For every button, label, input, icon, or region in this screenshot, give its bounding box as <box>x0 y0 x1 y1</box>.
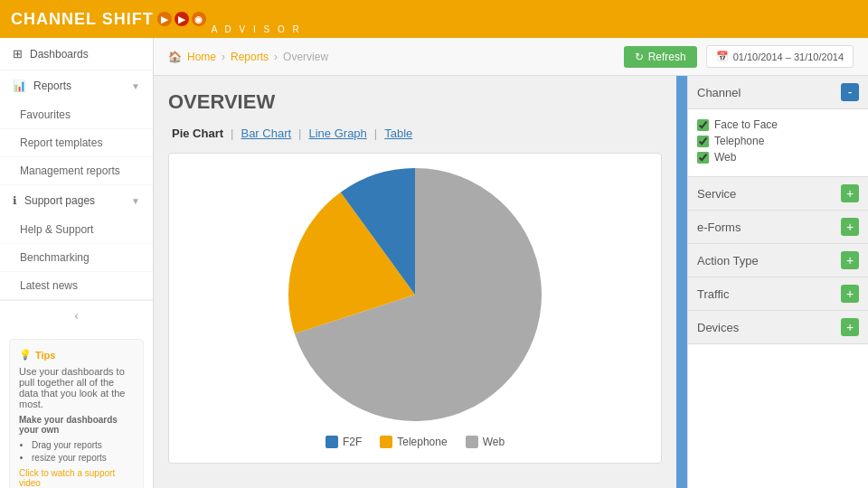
action-type-filter-label: Action Type <box>697 254 759 267</box>
chevron-down-icon: ▼ <box>131 81 140 91</box>
sidebar-item-favourites[interactable]: Favourites <box>0 101 153 129</box>
channel-filter-items: Face to Face Telephone Web <box>688 109 868 177</box>
legend-color-f2f <box>326 436 338 448</box>
eforms-filter-header[interactable]: e-Forms + <box>688 211 868 244</box>
chevron-down-icon-2: ▼ <box>131 196 140 206</box>
tips-list-item-2: resize your reports <box>32 453 134 463</box>
service-filter-header[interactable]: Service + <box>688 177 868 211</box>
channel-filter-collapse-button[interactable]: - <box>841 83 859 101</box>
main-layout: ⊞ Dashboards 📊 Reports ▼ Favourites Repo… <box>0 38 868 488</box>
channel-filter-label: Channel <box>697 86 741 99</box>
tips-list: Drag your reports resize your reports <box>19 440 134 463</box>
logo-advisor: A D V I S O R <box>212 24 302 38</box>
page-title: OVERVIEW <box>168 90 662 114</box>
arrow-3-icon: ◉ <box>192 12 206 26</box>
channel-label-face-to-face: Face to Face <box>714 118 778 131</box>
breadcrumb-current: Overview <box>283 51 328 63</box>
channel-item-telephone: Telephone <box>697 135 859 147</box>
content-area: 🏠 Home › Reports › Overview ↻ Refresh 📅 … <box>154 38 868 488</box>
tab-pie-chart[interactable]: Pie Chart <box>168 127 227 140</box>
eforms-filter-expand-button[interactable]: + <box>841 218 859 236</box>
devices-filter-expand-button[interactable]: + <box>841 318 859 336</box>
legend-color-telephone <box>380 436 392 448</box>
chart-tabs: Pie Chart | Bar Chart | Line Graph | Tab… <box>168 127 662 140</box>
traffic-filter-label: Traffic <box>697 287 729 301</box>
home-icon: 🏠 <box>168 51 182 63</box>
channel-item-face-to-face: Face to Face <box>697 118 859 131</box>
sidebar-tips: 💡 Tips Use your dashboards to pull toget… <box>9 339 144 488</box>
report-area: OVERVIEW Pie Chart | Bar Chart | Line Gr… <box>154 76 676 488</box>
support-icon: ℹ <box>13 194 17 207</box>
logo-arrows: ▶ ▶ ◉ <box>157 12 206 26</box>
action-type-filter-expand-button[interactable]: + <box>841 251 859 269</box>
tab-sep-1: | <box>227 127 237 140</box>
tab-line-graph[interactable]: Line Graph <box>306 127 371 140</box>
tab-sep-2: | <box>295 127 305 140</box>
arrow-1-icon: ▶ <box>157 12 172 26</box>
tips-body: Use your dashboards to pull together all… <box>19 366 134 409</box>
breadcrumb-sep-1: › <box>222 51 225 63</box>
refresh-button[interactable]: ↻ Refresh <box>624 46 697 68</box>
breadcrumb-reports[interactable]: Reports <box>231 51 269 63</box>
channel-label-telephone: Telephone <box>714 135 764 147</box>
legend-label-telephone: Telephone <box>397 436 447 448</box>
date-range[interactable]: 📅 01/10/2014 – 31/10/2014 <box>706 45 854 68</box>
legend-item-web: Web <box>466 436 505 448</box>
legend-item-f2f: F2F <box>326 436 362 448</box>
devices-filter-label: Devices <box>697 321 739 334</box>
tab-bar-chart[interactable]: Bar Chart <box>237 127 295 140</box>
legend-label-f2f: F2F <box>343 436 362 448</box>
sidebar-item-help[interactable]: Help & Support <box>0 216 153 244</box>
tips-title: 💡 Tips <box>19 349 134 361</box>
management-reports-label: Management reports <box>20 164 120 177</box>
traffic-filter-expand-button[interactable]: + <box>841 285 859 303</box>
legend-color-web <box>466 436 478 448</box>
channel-checkbox-web[interactable] <box>697 152 709 164</box>
report-templates-label: Report templates <box>20 136 102 149</box>
favourites-label: Favourites <box>20 108 71 121</box>
devices-filter-header[interactable]: Devices + <box>688 311 868 344</box>
sidebar-item-dashboards-label: Dashboards <box>30 48 89 61</box>
eforms-filter-label: e-Forms <box>697 221 741 234</box>
chart-container: F2F Telephone Web <box>168 153 662 464</box>
channel-checkbox-face-to-face[interactable] <box>697 119 709 131</box>
breadcrumb-bar: 🏠 Home › Reports › Overview ↻ Refresh 📅 … <box>154 38 868 76</box>
channel-filter-header[interactable]: Channel - <box>688 76 868 109</box>
pie-chart-wrapper: F2F Telephone Web <box>288 168 542 448</box>
tips-video-link[interactable]: Click to watch a support video <box>19 468 134 488</box>
tab-sep-3: | <box>371 127 381 140</box>
sidebar-item-benchmarking[interactable]: Benchmarking <box>0 244 153 272</box>
legend-item-telephone: Telephone <box>380 436 447 448</box>
breadcrumb-actions: ↻ Refresh 📅 01/10/2014 – 31/10/2014 <box>624 45 854 68</box>
sidebar-item-reports[interactable]: 📊 Reports ▼ <box>0 70 153 101</box>
channel-checkbox-telephone[interactable] <box>697 136 709 147</box>
top-bar: CHANNEL SHIFT ▶ ▶ ◉ A D V I S O R <box>0 0 868 38</box>
channel-item-web: Web <box>697 151 859 164</box>
sidebar-item-dashboards[interactable]: ⊞ Dashboards <box>0 38 153 70</box>
traffic-filter-header[interactable]: Traffic + <box>688 277 868 311</box>
sidebar-item-report-templates[interactable]: Report templates <box>0 129 153 157</box>
tips-list-item-1: Drag your reports <box>32 440 134 450</box>
breadcrumb-sep-2: › <box>274 51 278 63</box>
service-filter-expand-button[interactable]: + <box>841 184 859 202</box>
date-range-value: 01/10/2014 – 31/10/2014 <box>733 52 844 62</box>
sidebar-item-management-reports[interactable]: Management reports <box>0 157 153 185</box>
arrow-2-icon: ▶ <box>175 12 189 26</box>
refresh-label: Refresh <box>648 51 686 63</box>
action-type-filter-header[interactable]: Action Type + <box>688 244 868 277</box>
sidebar-collapse-button[interactable]: ‹ <box>0 300 153 330</box>
legend-label-web: Web <box>483 436 505 448</box>
reports-icon: 📊 <box>13 80 26 92</box>
calendar-icon: 📅 <box>716 51 729 62</box>
channel-label-web: Web <box>714 151 736 164</box>
tab-table[interactable]: Table <box>381 127 416 140</box>
sidebar: ⊞ Dashboards 📊 Reports ▼ Favourites Repo… <box>0 38 154 488</box>
tips-make-own: Make your dashboards your own <box>19 415 134 435</box>
breadcrumb: 🏠 Home › Reports › Overview <box>168 51 328 63</box>
legend: F2F Telephone Web <box>326 436 505 448</box>
right-panel: Channel - Face to Face Telephone Web <box>687 76 868 488</box>
breadcrumb-home[interactable]: Home <box>187 51 216 63</box>
sidebar-item-support-pages[interactable]: ℹ Support pages ▼ <box>0 185 153 216</box>
sidebar-item-reports-label: Reports <box>33 80 71 92</box>
sidebar-item-latest-news[interactable]: Latest news <box>0 272 153 300</box>
